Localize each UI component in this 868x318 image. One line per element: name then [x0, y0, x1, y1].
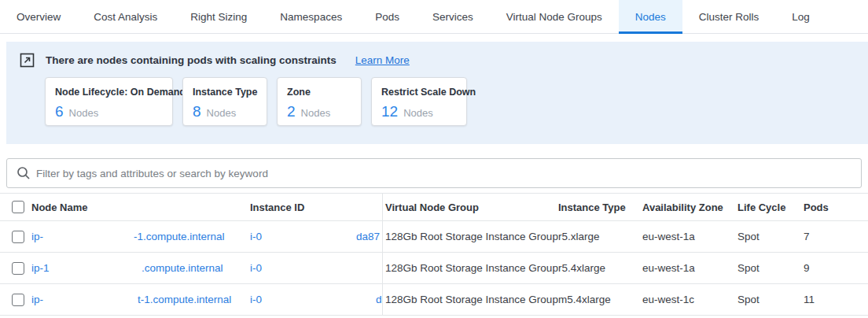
card-unit: Nodes: [403, 107, 433, 119]
card-unit: Nodes: [69, 107, 99, 119]
constraint-cards: Node Lifecycle: On Demand 6 Nodes Instan…: [45, 77, 855, 126]
tab-log[interactable]: Log: [775, 0, 826, 33]
col-instance-id: Instance ID: [250, 194, 383, 220]
virtual-node-group-value: 128Gb Root Storage Instance Group: [383, 231, 558, 242]
life-cycle-value: Spot: [737, 231, 804, 242]
tab-bar: Overview Cost Analysis Right Sizing Name…: [0, 0, 868, 34]
table-row: ip-t-1.compute.internal i-0d 128Gb Root …: [0, 284, 868, 316]
instance-id-prefix: i-0: [250, 231, 356, 242]
search-input[interactable]: [36, 168, 851, 179]
card-instance-type[interactable]: Instance Type 8 Nodes: [182, 77, 267, 126]
life-cycle-value: Spot: [737, 294, 804, 305]
instance-id-link[interactable]: i-0d: [250, 284, 383, 315]
tab-nodes[interactable]: Nodes: [619, 0, 682, 33]
card-count: 2: [287, 103, 296, 120]
instance-type-value: m5.4xlarge: [558, 294, 642, 305]
card-title: Instance Type: [193, 87, 257, 98]
row-checkbox[interactable]: [12, 262, 24, 275]
search-icon: [17, 166, 31, 180]
col-virtual-node-group: Virtual Node Group: [383, 202, 558, 213]
node-name-prefix: ip-1: [31, 262, 142, 274]
node-name-prefix: ip-: [31, 294, 138, 305]
table-row: ip--1.compute.internal i-0da87 128Gb Roo…: [0, 221, 868, 253]
card-title: Node Lifecycle: On Demand: [55, 87, 163, 98]
card-title: Restrict Scale Down: [381, 87, 457, 98]
card-title: Zone: [287, 87, 351, 98]
instance-id-link[interactable]: i-0da87: [250, 221, 383, 252]
pods-count: 9: [804, 262, 868, 274]
tab-pods[interactable]: Pods: [359, 0, 416, 33]
node-name-link[interactable]: ip--1.compute.internal: [31, 231, 250, 242]
instance-type-value: r5.4xlarge: [558, 262, 642, 274]
availability-zone-value: eu-west-1a: [642, 262, 737, 274]
node-name-link[interactable]: ip-1.compute.internal: [31, 262, 250, 274]
card-count: 6: [55, 103, 64, 120]
card-node-lifecycle[interactable]: Node Lifecycle: On Demand 6 Nodes: [45, 77, 173, 126]
banner-message: There are nodes containing pods with sca…: [46, 54, 337, 66]
col-availability-zone: Availability Zone: [642, 202, 737, 213]
card-count: 12: [381, 103, 398, 120]
tab-virtual-node-groups[interactable]: Virtual Node Groups: [490, 0, 619, 33]
table-row: ip-1.compute.internal i-0 128Gb Root Sto…: [0, 253, 868, 284]
instance-type-value: r5.xlarge: [558, 231, 642, 242]
instance-id-prefix: i-0: [250, 262, 356, 274]
tab-cost-analysis[interactable]: Cost Analysis: [77, 0, 174, 33]
card-restrict-scale-down[interactable]: Restrict Scale Down 12 Nodes: [371, 77, 467, 126]
instance-id-link[interactable]: i-0: [250, 253, 383, 283]
nodes-table: Node Name Instance ID Virtual Node Group…: [0, 193, 868, 316]
node-name-suffix: -1.compute.internal: [134, 231, 225, 242]
node-name-prefix: ip-: [31, 231, 134, 242]
instance-id-suffix: d: [376, 294, 382, 305]
card-unit: Nodes: [207, 107, 237, 119]
card-unit: Nodes: [301, 107, 331, 119]
select-all-checkbox[interactable]: [12, 201, 24, 213]
tab-namespaces[interactable]: Namespaces: [263, 0, 359, 33]
virtual-node-group-value: 128Gb Root Storage Instance Group: [383, 294, 558, 305]
scale-up-icon: [20, 53, 35, 68]
instance-id-prefix: i-0: [250, 294, 376, 305]
learn-more-link[interactable]: Learn More: [355, 54, 410, 66]
tab-cluster-rolls[interactable]: Cluster Rolls: [682, 0, 776, 33]
row-checkbox[interactable]: [12, 231, 24, 243]
table-header-row: Node Name Instance ID Virtual Node Group…: [0, 193, 868, 221]
col-life-cycle: Life Cycle: [737, 202, 804, 213]
virtual-node-group-value: 128Gb Root Storage Instance Group: [383, 262, 558, 274]
node-name-suffix: t-1.compute.internal: [138, 294, 231, 305]
col-node-name: Node Name: [31, 202, 250, 213]
node-name-suffix: .compute.internal: [142, 262, 223, 274]
pods-count: 11: [804, 294, 868, 305]
tab-overview[interactable]: Overview: [0, 0, 77, 33]
tab-services[interactable]: Services: [416, 0, 490, 33]
instance-id-suffix: da87: [356, 231, 380, 242]
node-name-link[interactable]: ip-t-1.compute.internal: [31, 294, 250, 305]
col-instance-type: Instance Type: [558, 202, 642, 213]
scaling-constraints-banner: There are nodes containing pods with sca…: [6, 42, 868, 144]
tab-right-sizing[interactable]: Right Sizing: [174, 0, 263, 33]
card-zone[interactable]: Zone 2 Nodes: [277, 77, 362, 126]
pods-count: 7: [804, 231, 868, 242]
life-cycle-value: Spot: [737, 262, 804, 274]
availability-zone-value: eu-west-1a: [642, 231, 737, 242]
filter-bar: [6, 158, 862, 188]
col-pods: Pods: [804, 202, 868, 213]
row-checkbox[interactable]: [12, 294, 24, 306]
card-count: 8: [193, 103, 201, 120]
availability-zone-value: eu-west-1c: [642, 294, 737, 305]
